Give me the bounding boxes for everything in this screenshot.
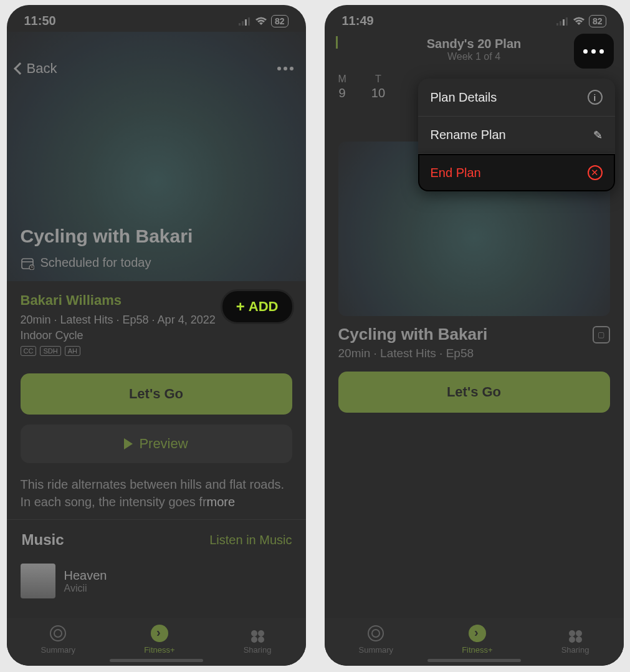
weekday-mon[interactable]: M 9 [338,74,346,100]
play-icon [124,438,133,449]
svg-rect-7 [556,23,558,26]
more-link[interactable]: more [207,495,236,509]
context-menu: Plan Details i Rename Plan ✎ End Plan ✕ [418,79,615,191]
ah-badge: AH [65,346,80,356]
tab-fitness-plus[interactable]: Fitness+ [462,624,493,655]
svg-rect-2 [245,19,247,26]
info-icon: i [588,90,603,105]
svg-rect-9 [563,19,565,26]
cellular-icon [556,17,569,26]
more-button[interactable] [574,34,614,69]
card-title: Cycling with Bakari [338,325,488,344]
summary-icon [366,624,385,643]
trainer-block: Bakari Williams 20min · Latest Hits · Ep… [7,281,306,362]
battery-icon: 82 [589,15,606,27]
song-artist: Avicii [64,583,107,594]
hero-section: Back Cycling with Bakari Scheduled for t… [7,32,306,281]
card-meta: 20min · Latest Hits · Ep58 [325,345,624,362]
menu-end-plan[interactable]: End Plan ✕ [418,154,615,191]
fitness-icon [150,624,169,643]
schedule-text: Scheduled for today [41,256,151,270]
sharing-icon [566,624,585,643]
back-label: Back [27,60,57,77]
lets-go-button[interactable]: Let's Go [338,372,610,413]
cc-badge: CC [21,346,37,356]
workout-meta-2: Indoor Cycle [21,329,292,342]
sdh-badge: SDH [40,346,60,356]
album-art [21,564,55,598]
svg-rect-10 [566,17,568,26]
chevron-left-icon [336,36,338,49]
weekday-tue[interactable]: T 10 [371,74,385,100]
accessibility-badges: CC SDH AH [21,346,292,356]
phone-right: 11:49 82 Sandy's 20 Plan Week 1 of 4 M 9… [325,5,624,666]
tab-sharing[interactable]: Sharing [561,624,589,655]
close-circle-icon: ✕ [588,165,603,180]
svg-rect-0 [239,23,241,26]
tab-summary[interactable]: Summary [359,624,394,655]
svg-rect-8 [560,21,561,26]
status-time: 11:49 [342,14,374,28]
phone-left: 11:50 82 Back Cycling with Bakari Schedu… [7,5,306,666]
home-indicator[interactable] [110,659,203,662]
calendar-icon [21,256,34,270]
tab-sharing[interactable]: Sharing [244,624,272,655]
menu-rename-plan[interactable]: Rename Plan ✎ [418,117,615,154]
song-title: Heaven [64,569,107,583]
description-text: This ride alternates between hills and f… [21,478,285,509]
status-icons: 82 [556,15,606,27]
home-indicator[interactable] [427,659,521,662]
menu-plan-details[interactable]: Plan Details i [418,79,615,117]
add-label: ADD [249,299,279,315]
back-button[interactable] [336,36,338,47]
pencil-icon: ✎ [593,128,603,142]
svg-rect-1 [242,21,244,26]
more-button[interactable] [274,63,297,74]
plus-icon: + [236,299,245,314]
chevron-left-icon [14,62,26,75]
sharing-icon [248,624,267,643]
battery-icon: 82 [271,15,289,27]
summary-icon [49,624,67,643]
status-bar: 11:50 82 [7,5,306,32]
lets-go-button[interactable]: Let's Go [21,373,292,415]
svg-rect-3 [248,17,250,26]
preview-label: Preview [139,436,188,452]
cellular-icon [239,17,251,26]
apple-music-label: Music [21,531,64,549]
status-icons: 82 [239,15,289,27]
schedule-row: Scheduled for today [21,256,292,270]
listen-in-music-link[interactable]: Listen in Music [209,533,292,547]
status-time: 11:50 [24,14,56,28]
add-button[interactable]: + ADD [222,291,292,322]
status-bar: 11:49 82 [325,5,624,32]
workout-title: Cycling with Bakari [21,226,292,247]
wifi-icon [573,17,585,26]
music-section-header: Music Listen in Music [7,519,306,560]
tab-summary[interactable]: Summary [41,624,76,655]
song-row[interactable]: Heaven Avicii [7,560,306,598]
airplay-icon[interactable]: ▢ [593,326,610,343]
preview-button[interactable]: Preview [21,425,292,463]
tab-fitness-plus[interactable]: Fitness+ [144,624,175,655]
description: This ride alternates between hills and f… [7,467,306,519]
fitness-icon [468,624,487,643]
back-button[interactable]: Back [16,60,57,77]
wifi-icon [255,17,267,26]
